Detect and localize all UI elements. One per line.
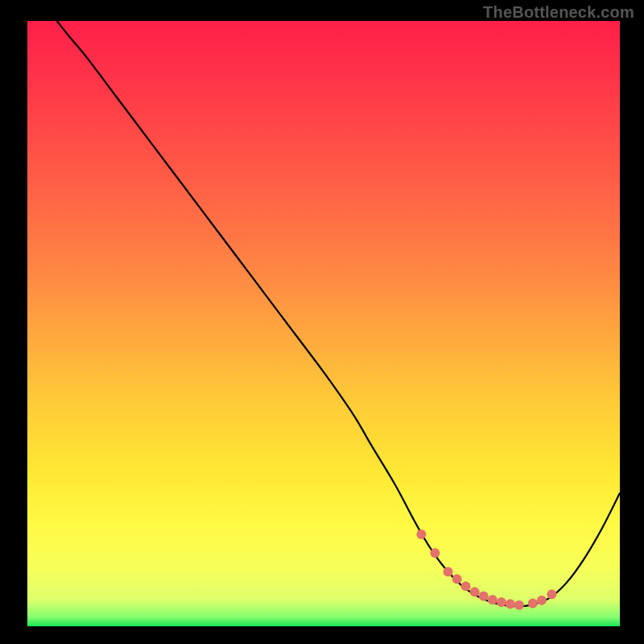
highlight-marker	[430, 548, 440, 558]
highlight-marker	[514, 601, 524, 610]
highlight-marker	[416, 530, 426, 539]
highlight-marker	[444, 567, 453, 576]
highlight-marker	[547, 589, 556, 599]
highlight-marker	[452, 574, 462, 584]
gradient-background	[27, 21, 620, 626]
highlight-marker	[528, 598, 538, 608]
highlight-marker	[470, 587, 480, 597]
highlight-marker	[488, 595, 497, 605]
highlight-marker	[461, 581, 471, 591]
chart-frame: TheBottleneck.com	[0, 0, 644, 644]
highlight-marker	[497, 597, 506, 607]
highlight-marker	[479, 591, 489, 601]
watermark-text: TheBottleneck.com	[483, 3, 634, 22]
highlight-marker	[537, 596, 547, 605]
highlight-marker	[506, 599, 515, 609]
plot-area	[27, 21, 620, 626]
chart-svg	[27, 21, 620, 626]
